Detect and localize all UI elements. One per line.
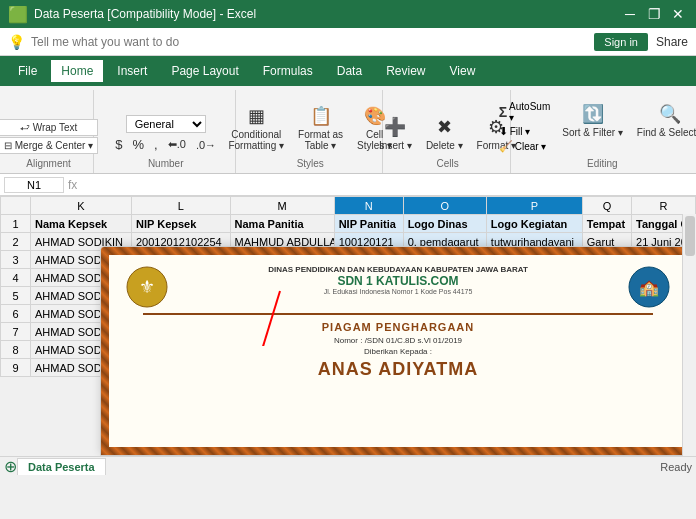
title-bar: 🟩 Data Peserta [Compatibility Mode] - Ex… (0, 0, 696, 28)
delete-button[interactable]: ✖ Delete ▾ (421, 113, 468, 154)
share-button[interactable]: Share (656, 35, 688, 49)
styles-group: ▦ ConditionalFormatting ▾ 📋 Format asTab… (238, 90, 383, 173)
excel-icon: 🟩 (8, 5, 28, 24)
tab-review[interactable]: Review (376, 60, 435, 82)
ribbon-tabs: File Home Insert Page Layout Formulas Da… (0, 56, 696, 86)
formula-bar: fx (0, 174, 696, 196)
col-k[interactable]: K (31, 197, 132, 215)
styles-label: Styles (297, 158, 324, 169)
svg-text:⚜: ⚜ (139, 277, 155, 297)
left-logo: ⚜ (125, 265, 169, 309)
tab-home[interactable]: Home (51, 60, 103, 82)
cert-org: DINAS PENDIDIKAN DAN KEBUDAYAAN KABUPATE… (179, 265, 617, 295)
cert-dept: DINAS PENDIDIKAN DAN KEBUDAYAAN KABUPATE… (179, 265, 617, 274)
cert-nomor: Nomor : /SDN 01/C.8D s.Vl 01/2019 (334, 336, 462, 345)
conditional-formatting-button[interactable]: ▦ ConditionalFormatting ▾ (223, 102, 289, 154)
autosum-button[interactable]: ΣAutoSum ▾ (496, 100, 554, 124)
number-label: Number (148, 158, 184, 169)
cell-m1[interactable]: Nama Panitia (230, 215, 334, 233)
row-num-5: 5 (1, 287, 31, 305)
find-icon: 🔍 (659, 103, 681, 125)
svg-text:🏫: 🏫 (639, 278, 659, 297)
col-l[interactable]: L (132, 197, 231, 215)
comma-button[interactable]: , (150, 135, 162, 154)
row-num-3: 3 (1, 251, 31, 269)
row-num-6: 6 (1, 305, 31, 323)
editing-label: Editing (587, 158, 618, 169)
tab-bar: ⊕ Data Peserta Ready (0, 456, 696, 476)
decrease-decimal-button[interactable]: ⬅.0 (164, 136, 190, 153)
alignment-label: Alignment (26, 158, 70, 169)
tab-data[interactable]: Data (327, 60, 372, 82)
row-num-7: 7 (1, 323, 31, 341)
insert-button[interactable]: ➕ Insert ▾ (374, 113, 417, 154)
sign-in-button[interactable]: Sign in (594, 33, 648, 51)
vertical-scrollbar[interactable] (682, 214, 696, 456)
sheet-tab-data-peserta[interactable]: Data Peserta (17, 458, 106, 475)
col-n[interactable]: N (334, 197, 403, 215)
cell-l1[interactable]: NIP Kepsek (132, 215, 231, 233)
col-p[interactable]: P (486, 197, 582, 215)
sort-filter-button[interactable]: 🔃 Sort & Filter ▾ (557, 100, 628, 141)
restore-btn[interactable]: ❐ (644, 4, 664, 24)
cell-o1[interactable]: Logo Dinas (403, 215, 486, 233)
cell-q1[interactable]: Tempat (582, 215, 631, 233)
cert-divider (143, 313, 652, 315)
percent-button[interactable]: % (129, 135, 149, 154)
ribbon: ⮐ Wrap Text ⊟ Merge & Center ▾ Alignment… (0, 86, 696, 174)
formula-input[interactable] (81, 179, 692, 191)
cert-school: SDN 1 KATULIS.COM (179, 274, 617, 288)
merge-center-button[interactable]: ⊟ Merge & Center ▾ (0, 137, 98, 154)
alignment-group: ⮐ Wrap Text ⊟ Merge & Center ▾ Alignment (4, 90, 94, 173)
cert-recipient-name: ANAS ADIYATMA (318, 359, 478, 380)
cert-title: PIAGAM PENGHARGAAN (322, 321, 474, 333)
sort-icon: 🔃 (582, 103, 604, 125)
wrap-text-button[interactable]: ⮐ Wrap Text (0, 119, 98, 136)
cell-n1[interactable]: NIP Panitia (334, 215, 403, 233)
search-input[interactable] (31, 35, 331, 49)
editing-group: ΣAutoSum ▾ ⬇Fill ▾ 🧹Clear ▾ 🔃 Sort & Fil… (513, 90, 692, 173)
tab-insert[interactable]: Insert (107, 60, 157, 82)
row-num-1: 1 (1, 215, 31, 233)
format-as-table-button[interactable]: 📋 Format asTable ▾ (293, 102, 348, 154)
tab-file[interactable]: File (8, 60, 47, 82)
col-o[interactable]: O (403, 197, 486, 215)
fill-button[interactable]: ⬇Fill ▾ (496, 124, 534, 139)
increase-decimal-button[interactable]: .0→ (192, 137, 220, 153)
col-m[interactable]: M (230, 197, 334, 215)
tab-page-layout[interactable]: Page Layout (161, 60, 248, 82)
add-sheet-button[interactable]: ⊕ (4, 457, 17, 476)
tab-formulas[interactable]: Formulas (253, 60, 323, 82)
cell-k1[interactable]: Nama Kepsek (31, 215, 132, 233)
row-num-9: 9 (1, 359, 31, 377)
col-q[interactable]: Q (582, 197, 631, 215)
cert-address: Jl. Edukasi Indonesia Nomor 1 Kode Pos 4… (179, 288, 617, 295)
certificate-preview: ⚜ DINAS PENDIDIKAN DAN KEBUDAYAAN KABUPA… (100, 246, 696, 456)
delete-icon: ✖ (437, 116, 452, 138)
col-r[interactable]: R (632, 197, 696, 215)
cell-reference-input[interactable] (4, 177, 64, 193)
cells-group: ➕ Insert ▾ ✖ Delete ▾ ⚙ Format ▾ Cells (385, 90, 510, 173)
right-logo: 🏫 (627, 265, 671, 309)
row-num-8: 8 (1, 341, 31, 359)
minimize-btn[interactable]: ─ (620, 4, 640, 24)
lightbulb-icon: 💡 (8, 34, 25, 50)
close-btn[interactable]: ✕ (668, 4, 688, 24)
spreadsheet-area: K L M N O P Q R 1 Nama Kepsek NIP Kepsek… (0, 196, 696, 456)
header-row: 1 Nama Kepsek NIP Kepsek Nama Panitia NI… (1, 215, 696, 233)
find-select-button[interactable]: 🔍 Find & Select ▾ (632, 100, 696, 141)
clear-button[interactable]: 🧹Clear ▾ (496, 139, 550, 154)
tab-view[interactable]: View (440, 60, 486, 82)
formula-separator: fx (68, 178, 77, 192)
row-num-2: 2 (1, 233, 31, 251)
search-bar: 💡 Sign in Share (0, 28, 696, 56)
corner-header (1, 197, 31, 215)
number-format-dropdown[interactable]: General Number Text (126, 115, 206, 133)
cell-p1[interactable]: Logo Kegiatan (486, 215, 582, 233)
format-table-icon: 📋 (310, 105, 332, 127)
row-num-4: 4 (1, 269, 31, 287)
insert-icon: ➕ (384, 116, 406, 138)
cells-label: Cells (436, 158, 458, 169)
currency-button[interactable]: $ (111, 135, 126, 154)
scroll-thumb[interactable] (685, 216, 695, 256)
